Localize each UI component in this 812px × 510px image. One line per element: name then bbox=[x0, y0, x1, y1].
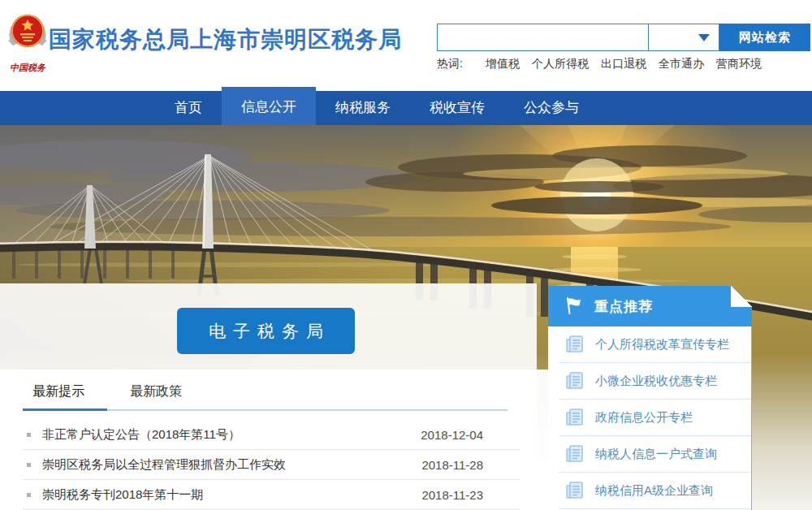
nav-item[interactable]: 公众参与 bbox=[504, 91, 598, 125]
nav-item-label: 信息公开 bbox=[241, 99, 296, 115]
recommend-item[interactable]: 小微企业税收优惠专栏 bbox=[559, 363, 751, 400]
hotword-link[interactable]: 全市通办 bbox=[659, 57, 704, 71]
site-header: 中国税务 国家税务总局上海市崇明区税务局 网站检索 热词: 增值税个人所得税出口… bbox=[0, 0, 812, 91]
recommend-title: 重点推荐 bbox=[594, 297, 653, 316]
document-icon bbox=[564, 407, 585, 428]
news-row: 崇明税务专刊2018年第十一期 2018-11-23 bbox=[23, 480, 520, 510]
news-tabs-row: 最新提示最新政策 bbox=[0, 374, 537, 411]
news-list: 非正常户认定公告（2018年第11号） 2018-12-04 崇明区税务局以全过… bbox=[0, 420, 537, 510]
logo-caption: 中国税务 bbox=[5, 62, 50, 74]
news-tab[interactable]: 最新政策 bbox=[130, 383, 182, 400]
page: 中国税务 国家税务总局上海市崇明区税务局 网站检索 热词: 增值税个人所得税出口… bbox=[0, 0, 812, 510]
e-tax-bureau-button[interactable]: 电子税务局 bbox=[177, 308, 355, 354]
news-date: 2018-12-04 bbox=[421, 428, 520, 442]
hotword-link[interactable]: 增值税 bbox=[486, 57, 520, 71]
recommend-item[interactable]: 纳税人信息一户式查询 bbox=[559, 436, 751, 473]
search-button[interactable]: 网站检索 bbox=[719, 24, 810, 51]
recommend-item-label: 政府信息公开专栏 bbox=[595, 410, 693, 426]
nav-item[interactable]: 纳税服务 bbox=[316, 91, 410, 125]
hotword-link[interactable]: 个人所得税 bbox=[532, 57, 589, 71]
folded-corner bbox=[731, 286, 752, 307]
tax-emblem-logo[interactable]: 中国税务 bbox=[5, 10, 50, 81]
news-section: 最新提示最新政策 非正常户认定公告（2018年第11号） 2018-12-04 … bbox=[0, 374, 537, 510]
recommend-item-label: 小微企业税收优惠专栏 bbox=[595, 374, 717, 389]
recommend-list: 个人所得税改革宣传专栏 小微企业税收优惠专栏 政府信息公开专栏 bbox=[548, 326, 751, 509]
bullet-square bbox=[27, 493, 31, 497]
search-area: 网站检索 bbox=[437, 24, 810, 51]
recommend-item-label: 个人所得税改革宣传专栏 bbox=[595, 337, 729, 352]
nav-item-label: 公众参与 bbox=[524, 100, 579, 115]
active-tab-underline bbox=[23, 408, 107, 411]
news-row: 非正常户认定公告（2018年第11号） 2018-12-04 bbox=[23, 420, 520, 450]
main-nav: 首页 信息公开 纳税服务 税收宣传 公众参与 bbox=[0, 91, 812, 125]
hotwords-bar: 热词: 增值税个人所得税出口退税全市通办营商环境 bbox=[437, 57, 774, 71]
recommend-item[interactable]: 个人所得税改革宣传专栏 bbox=[559, 326, 751, 363]
recommend-panel: 重点推荐 个人所得税改革宣传专栏 bbox=[548, 286, 752, 510]
document-icon bbox=[564, 480, 585, 501]
nav-item[interactable]: 首页 bbox=[155, 91, 222, 125]
tabs-list: 最新提示最新政策 bbox=[0, 384, 182, 398]
document-icon bbox=[564, 334, 585, 355]
document-icon bbox=[564, 370, 585, 391]
hotword-link[interactable]: 营商环境 bbox=[716, 57, 762, 71]
bullet-square bbox=[27, 433, 31, 437]
recommend-body: 个人所得税改革宣传专栏 小微企业税收优惠专栏 政府信息公开专栏 bbox=[548, 326, 752, 510]
nav-item[interactable]: 税收宣传 bbox=[410, 91, 504, 125]
recommend-item[interactable]: 纳税信用A级企业查询 bbox=[559, 473, 751, 509]
hotword-link[interactable]: 出口退税 bbox=[601, 57, 646, 71]
tax-emblem-icon bbox=[5, 10, 50, 62]
news-title-link[interactable]: 崇明区税务局以全过程管理狠抓督办工作实效 bbox=[42, 457, 421, 473]
news-title-link[interactable]: 崇明税务专刊2018年第十一期 bbox=[42, 487, 421, 503]
nav-item[interactable]: 信息公开 bbox=[222, 87, 316, 125]
recommend-item-label: 纳税信用A级企业查询 bbox=[595, 483, 713, 499]
chevron-down-icon bbox=[698, 34, 710, 41]
recommend-item[interactable]: 政府信息公开专栏 bbox=[559, 400, 751, 436]
document-icon bbox=[564, 443, 585, 465]
news-date: 2018-11-28 bbox=[421, 458, 520, 472]
nav-list: 首页 信息公开 纳税服务 税收宣传 公众参与 bbox=[0, 91, 812, 125]
bullet-square bbox=[27, 463, 31, 467]
nav-item-label: 首页 bbox=[175, 100, 202, 115]
news-date: 2018-11-23 bbox=[421, 488, 520, 502]
hotwords-label: 热词: bbox=[437, 57, 463, 71]
news-row: 崇明区税务局以全过程管理狠抓督办工作实效 2018-11-28 bbox=[23, 450, 520, 480]
nav-item-label: 纳税服务 bbox=[335, 100, 391, 115]
nav-item-label: 税收宣传 bbox=[430, 100, 485, 115]
flag-icon bbox=[564, 296, 584, 316]
recommend-item-label: 纳税人信息一户式查询 bbox=[595, 447, 717, 462]
news-title-link[interactable]: 非正常户认定公告（2018年第11号） bbox=[42, 427, 421, 443]
recommend-header: 重点推荐 bbox=[548, 286, 752, 326]
search-input[interactable] bbox=[437, 24, 648, 51]
search-category-select[interactable] bbox=[648, 24, 719, 51]
hotwords-list: 增值税个人所得税出口退税全市通办营商环境 bbox=[486, 57, 774, 71]
news-tab[interactable]: 最新提示 bbox=[32, 383, 84, 400]
site-title[interactable]: 国家税务总局上海市崇明区税务局 bbox=[49, 24, 402, 55]
